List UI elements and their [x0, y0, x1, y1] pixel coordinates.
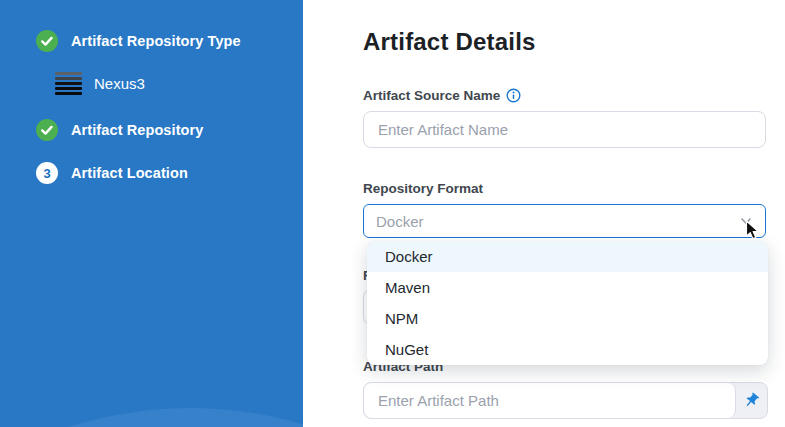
artifact-source-name-label: Artifact Source Name: [363, 88, 521, 103]
repository-format-label: Repository Format: [363, 181, 483, 196]
artifact-path-group: [363, 382, 768, 419]
artifact-wizard: Artifact Repository Type Nexus3 Artifact…: [0, 0, 785, 427]
sidebar-step-artifact-location[interactable]: 3 Artifact Location: [36, 162, 188, 184]
step-label: Artifact Repository: [71, 122, 203, 138]
label-text: Artifact Source Name: [363, 88, 500, 103]
sidebar-step-artifact-repository-type[interactable]: Artifact Repository Type: [36, 30, 241, 52]
pushpin-icon: [740, 389, 764, 413]
repository-format-select[interactable]: Docker: [363, 204, 766, 238]
chevron-down-icon: [739, 214, 753, 228]
sidebar-substep-nexus3[interactable]: Nexus3: [55, 72, 145, 95]
check-circle-icon: [36, 30, 58, 52]
artifact-source-name-input[interactable]: [363, 111, 766, 148]
step-label: Artifact Location: [71, 165, 188, 181]
wizard-sidebar: Artifact Repository Type Nexus3 Artifact…: [0, 0, 303, 427]
repository-format-dropdown-menu: Docker Maven NPM NuGet: [367, 241, 768, 365]
repository-format-value: Docker: [376, 213, 739, 230]
label-text: Repository Format: [363, 181, 483, 196]
info-icon[interactable]: [506, 88, 521, 103]
artifact-path-input[interactable]: [364, 383, 736, 418]
dropdown-option-npm[interactable]: NPM: [367, 303, 768, 334]
nexus3-icon: [55, 72, 82, 95]
artifact-details-panel: Artifact Details Artifact Source Name Re…: [303, 0, 785, 427]
sidebar-step-artifact-repository[interactable]: Artifact Repository: [36, 119, 203, 141]
check-circle-icon: [36, 119, 58, 141]
step-label: Artifact Repository Type: [71, 33, 241, 49]
dropdown-option-docker[interactable]: Docker: [367, 241, 768, 272]
page-title: Artifact Details: [363, 28, 536, 56]
dropdown-option-maven[interactable]: Maven: [367, 272, 768, 303]
dropdown-option-nuget[interactable]: NuGet: [367, 334, 768, 365]
substep-label: Nexus3: [94, 75, 145, 92]
sidebar-decoration: [0, 408, 303, 427]
pin-button[interactable]: [736, 383, 767, 418]
step-number-badge: 3: [36, 162, 58, 184]
